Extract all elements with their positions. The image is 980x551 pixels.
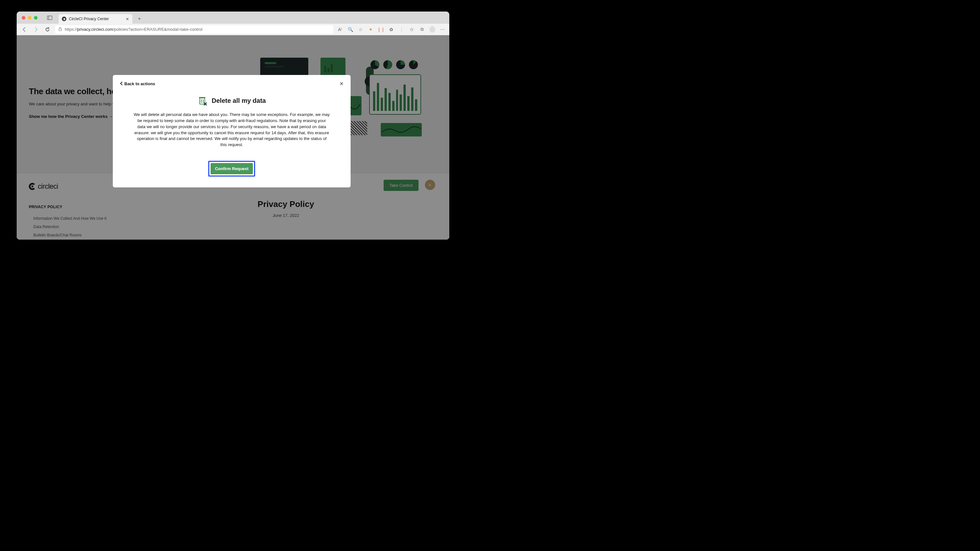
tab-close-icon[interactable]: ✕ <box>126 17 129 21</box>
svg-rect-2 <box>59 29 62 31</box>
extension-puzzle-icon[interactable]: ✿ <box>388 27 394 32</box>
more-menu-icon[interactable]: ⋯ <box>440 27 445 32</box>
lock-icon <box>58 27 62 32</box>
favorite-star-icon[interactable]: ☆ <box>358 27 363 32</box>
extension-bug-icon[interactable]: ✴ <box>368 27 374 32</box>
favorites-add-icon[interactable]: ✩ <box>409 27 415 32</box>
nav-forward-icon[interactable] <box>32 25 40 33</box>
address-bar[interactable]: https://privacy.circleci.com/policies?ac… <box>55 25 333 33</box>
favicon-icon: ◑ <box>62 17 66 21</box>
read-aloud-icon[interactable]: A⁾ <box>337 27 343 32</box>
page-content: The data we collect, how it's u We care … <box>17 35 449 240</box>
modal-body: We will delete all personal data we have… <box>120 112 344 148</box>
new-tab-button[interactable]: ＋ <box>135 14 144 23</box>
zoom-icon[interactable]: 🔍 <box>347 27 353 32</box>
confirm-request-button[interactable]: Confirm Request <box>210 163 253 174</box>
tab-bar: ◑ CircleCI Privacy Center ✕ ＋ <box>17 11 449 24</box>
traffic-lights <box>22 16 38 19</box>
modal-close-icon[interactable]: ✕ <box>339 81 344 87</box>
chevron-left-icon <box>120 81 123 86</box>
svg-rect-0 <box>48 16 52 19</box>
modal-title: Delete all my data <box>212 97 266 105</box>
url-bar: https://privacy.circleci.com/policies?ac… <box>17 24 449 35</box>
nav-back-icon[interactable] <box>21 25 28 33</box>
tab-title: CircleCI Privacy Center <box>69 17 123 21</box>
confirm-focus-ring: Confirm Request <box>208 161 255 176</box>
profile-avatar-icon[interactable] <box>430 27 435 32</box>
back-label: Back to actions <box>124 81 155 86</box>
delete-data-modal: Back to actions ✕ Delete all my data We … <box>113 75 351 187</box>
svg-rect-4 <box>199 97 205 98</box>
trash-delete-icon <box>198 96 207 105</box>
window-minimize-icon[interactable] <box>28 16 32 19</box>
browser-tab[interactable]: ◑ CircleCI Privacy Center ✕ <box>59 14 132 24</box>
window-maximize-icon[interactable] <box>34 16 38 19</box>
sidebar-toggle-icon[interactable] <box>45 14 54 21</box>
window-close-icon[interactable] <box>22 16 25 19</box>
back-to-actions-link[interactable]: Back to actions <box>120 81 155 86</box>
toolbar-icons: A⁾ 🔍 ☆ ✴ ❘❘ ✿ | ✩ ⧉ ⋯ <box>337 27 445 32</box>
browser-window: ◑ CircleCI Privacy Center ✕ ＋ https://pr… <box>17 11 449 240</box>
url-text: https://privacy.circleci.com/policies?ac… <box>65 27 202 32</box>
modal-header: Delete all my data <box>120 96 344 105</box>
reload-icon[interactable] <box>44 25 51 33</box>
collections-icon[interactable]: ⧉ <box>419 27 425 32</box>
extension-bars-icon[interactable]: ❘❘ <box>378 27 384 32</box>
